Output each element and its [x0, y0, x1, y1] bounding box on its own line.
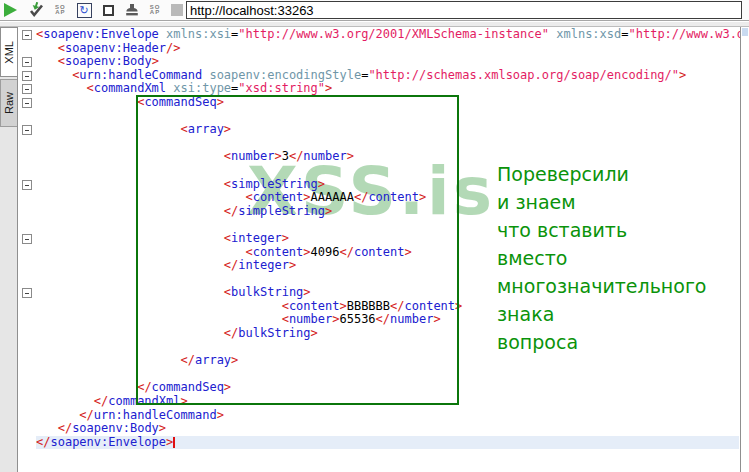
code-token: soapenv:encodingStyle — [209, 68, 361, 82]
code-token: > — [347, 149, 354, 163]
code-token: </ — [390, 299, 404, 313]
gray-square-icon — [171, 4, 183, 16]
code-token: commandXml — [108, 394, 180, 408]
code-line[interactable]: <soapenv:Header/> — [36, 42, 739, 56]
code-line[interactable]: </commandXml> — [36, 395, 739, 409]
xml-editor[interactable]: XSS.is <soapenv:Envelope xmlns:xsi="http… — [19, 27, 741, 472]
code-token: > — [224, 122, 231, 136]
code-token: > — [311, 326, 318, 340]
code-token: content — [253, 245, 304, 259]
code-line[interactable]: <soapenv:Envelope xmlns:xsi="http://www.… — [36, 28, 739, 42]
code-token: > — [318, 177, 325, 191]
code-token: < — [246, 190, 253, 204]
annotation-note: Пореверсили и знаем что вставить вместо … — [497, 160, 706, 356]
code-token: > — [339, 299, 346, 313]
tab-xml[interactable]: XML — [0, 27, 17, 77]
code-token: array — [188, 122, 224, 136]
note-line: знака — [497, 300, 706, 328]
code-token: commandXml — [94, 81, 166, 95]
submit-check-icon[interactable] — [28, 2, 44, 18]
scrollbar-mark — [742, 28, 748, 36]
soap-letters-icon[interactable]: SOAP — [55, 5, 66, 15]
code-token: number — [231, 149, 274, 163]
code-token: > — [152, 54, 159, 68]
play-icon[interactable] — [4, 3, 17, 17]
endpoint-url-input[interactable] — [186, 1, 742, 19]
fold-gutter — [19, 27, 36, 472]
code-token: > — [303, 245, 310, 259]
code-line[interactable]: </soapenv:Body> — [36, 422, 739, 436]
code-token: number — [289, 312, 332, 326]
code-token: "http://schemas.xmlsoap.org/soap/encodin… — [368, 68, 679, 82]
code-token: soapenv:Envelope — [50, 435, 166, 449]
note-line: и знаем — [497, 188, 706, 216]
code-token: content — [289, 299, 340, 313]
code-line[interactable] — [36, 368, 739, 382]
editor-tab-strip: XML Raw — [0, 27, 18, 472]
code-token: soapenv:Body — [72, 421, 159, 435]
code-token: > — [274, 149, 281, 163]
code-line[interactable]: <urn:handleCommand soapenv:encodingStyle… — [36, 69, 739, 83]
fold-toggle-icon[interactable] — [22, 234, 32, 244]
code-token: bulkString — [231, 285, 303, 299]
refresh-icon[interactable]: ↻ — [77, 3, 92, 18]
stop-square-icon[interactable] — [103, 5, 114, 16]
fold-toggle-icon[interactable] — [22, 98, 32, 108]
fold-toggle-icon[interactable] — [22, 57, 32, 67]
code-token: > — [405, 245, 412, 259]
code-token: 4096 — [311, 245, 340, 259]
code-token: "xsd:string" — [238, 81, 325, 95]
code-token: > — [433, 312, 440, 326]
code-line[interactable]: <commandXml xsi:type="xsd:string"> — [36, 82, 739, 96]
code-token: number — [390, 312, 433, 326]
code-token: urn:handleCommand — [94, 408, 217, 422]
tab-raw[interactable]: Raw — [0, 79, 17, 127]
code-token: /> — [166, 41, 180, 55]
code-token: > — [224, 380, 231, 394]
code-token: </ — [137, 380, 151, 394]
code-token: < — [181, 122, 188, 136]
stamp-icon[interactable] — [125, 3, 139, 17]
soap-letters-icon[interactable]: SOAP — [150, 5, 161, 15]
fold-toggle-icon[interactable] — [22, 71, 32, 81]
code-token: integer — [231, 231, 282, 245]
fold-toggle-icon[interactable] — [22, 180, 32, 190]
code-line[interactable]: <soapenv:Body> — [36, 55, 739, 69]
note-line: вопроса — [497, 328, 706, 356]
code-line[interactable]: </soapenv:Envelope> — [36, 436, 739, 450]
code-token: </ — [94, 394, 108, 408]
code-token: < — [282, 299, 289, 313]
code-token: 65536 — [339, 312, 375, 326]
fold-toggle-icon[interactable] — [22, 30, 32, 40]
code-token: content — [253, 190, 304, 204]
code-token: > — [231, 353, 238, 367]
code-token: </ — [224, 326, 238, 340]
code-token: > — [217, 95, 224, 109]
code-token: xsi:type — [173, 81, 231, 95]
fold-toggle-icon[interactable] — [22, 288, 32, 298]
code-token: > — [419, 190, 426, 204]
code-token: > — [181, 394, 188, 408]
code-line[interactable]: <array> — [36, 123, 739, 137]
fold-toggle-icon[interactable] — [22, 84, 32, 94]
code-token: > — [455, 299, 462, 313]
text-caret — [173, 437, 175, 448]
code-line[interactable]: </urn:handleCommand> — [36, 409, 739, 423]
fold-toggle-icon[interactable] — [22, 125, 32, 135]
code-token: xmlns:xsi — [166, 27, 231, 41]
code-line[interactable]: <commandSeq> — [36, 96, 739, 110]
code-line[interactable]: </array> — [36, 354, 739, 368]
code-token: </ — [181, 353, 195, 367]
code-line[interactable] — [36, 137, 739, 151]
code-token: urn:handleCommand — [79, 68, 202, 82]
code-token: xmlns:xsd — [556, 27, 621, 41]
code-token: </ — [224, 204, 238, 218]
code-line[interactable] — [36, 110, 739, 124]
code-token: > — [166, 435, 173, 449]
code-token: 3 — [282, 149, 289, 163]
code-token: simpleString — [231, 177, 318, 191]
code-token: content — [354, 245, 405, 259]
code-token: number — [303, 149, 346, 163]
code-line[interactable]: </commandSeq> — [36, 381, 739, 395]
code-token: > — [325, 204, 332, 218]
